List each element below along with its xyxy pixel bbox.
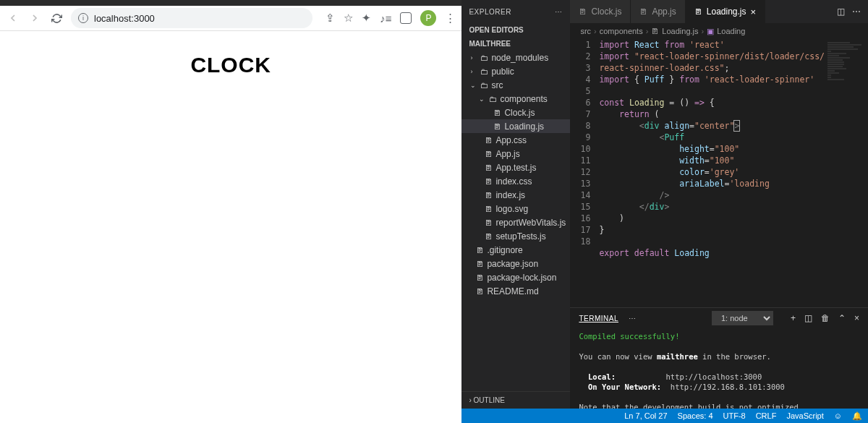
chevron-up-icon[interactable]: ⌃ <box>838 313 846 323</box>
extensions-icon[interactable]: ✦ <box>362 12 371 25</box>
url-text: localhost:3000 <box>94 13 155 24</box>
folder-public[interactable]: ›🗀public <box>461 64 570 78</box>
editor-tabs: 🖹Clock.js 🖹App.js 🖹Loading.js× ◫ ⋯ <box>570 0 868 23</box>
page-title: CLOCK <box>0 53 461 77</box>
terminal-panel: TERMINAL ⋯ 1: node + ◫ 🗑 ⌃ × Compiled su… <box>570 307 868 409</box>
trash-icon[interactable]: 🗑 <box>821 313 830 323</box>
file-gitignore[interactable]: 🖹.gitignore <box>461 243 570 257</box>
file-clock[interactable]: 🖹Clock.js <box>461 106 570 119</box>
tab-app[interactable]: 🖹App.js <box>631 0 685 23</box>
profile-avatar[interactable]: P <box>420 10 436 26</box>
browser-window: i localhost:3000 ⇪ ☆ ✦ ♪≡ P ⋮ CLOCK <box>0 0 461 423</box>
close-tab-icon[interactable]: × <box>751 7 757 17</box>
editor-area: 🖹Clock.js 🖹App.js 🖹Loading.js× ◫ ⋯ src› … <box>570 0 868 409</box>
eol-status[interactable]: CRLF <box>756 411 777 420</box>
open-editors-section[interactable]: OPEN EDITORS <box>461 23 570 37</box>
media-control-icon[interactable]: ♪≡ <box>380 12 391 25</box>
terminal-more-icon[interactable]: ⋯ <box>629 315 637 322</box>
code-editor[interactable]: 123456789101112131415161718 import React… <box>570 39 868 307</box>
folder-node-modules[interactable]: ›🗀node_modules <box>461 51 570 64</box>
file-pkglock[interactable]: 🖹package-lock.json <box>461 270 570 284</box>
webpage-content: CLOCK <box>0 31 461 423</box>
folder-components[interactable]: ⌄🗀components <box>461 92 570 106</box>
forward-button[interactable] <box>27 11 42 25</box>
kebab-menu-icon[interactable]: ⋮ <box>445 12 456 25</box>
tab-loading[interactable]: 🖹Loading.js× <box>686 0 765 23</box>
file-pkgjson[interactable]: 🖹package.json <box>461 257 570 270</box>
file-tree: ›🗀node_modules ›🗀public ⌄🗀src ⌄🗀componen… <box>461 51 570 298</box>
outline-section: › OUTLINE <box>461 391 570 409</box>
site-info-icon[interactable]: i <box>78 13 88 23</box>
explorer-title: EXPLORER <box>469 8 511 16</box>
terminal-output[interactable]: Compiled successfully! You can now view … <box>570 328 868 409</box>
split-terminal-icon[interactable]: ◫ <box>804 313 812 323</box>
line-gutter: 123456789101112131415161718 <box>570 39 599 307</box>
file-loading[interactable]: 🖹Loading.js <box>461 119 570 133</box>
cursor-position[interactable]: Ln 7, Col 27 <box>624 411 667 420</box>
file-readme[interactable]: 🖹README.md <box>461 284 570 298</box>
terminal-select[interactable]: 1: node <box>712 311 773 325</box>
app-icon[interactable] <box>400 12 412 24</box>
folder-src[interactable]: ⌄🗀src <box>461 78 570 92</box>
file-indexcss[interactable]: 🖹index.css <box>461 174 570 188</box>
tab-clock[interactable]: 🖹Clock.js <box>570 0 631 23</box>
browser-tabstrip[interactable] <box>0 0 461 6</box>
language-status[interactable]: JavaScript <box>786 411 823 420</box>
explorer-more-icon[interactable]: ⋯ <box>555 8 563 16</box>
editor-more-icon[interactable]: ⋯ <box>852 7 861 17</box>
file-setuptests[interactable]: 🖹setupTests.js <box>461 229 570 243</box>
file-appcss[interactable]: 🖹App.css <box>461 133 570 147</box>
back-button[interactable] <box>6 11 20 25</box>
file-appjs[interactable]: 🖹App.js <box>461 147 570 161</box>
code-content[interactable]: import React from 'react' import "react-… <box>599 39 825 307</box>
workspace-section[interactable]: MAILTHREE <box>461 37 570 51</box>
encoding-status[interactable]: UTF-8 <box>723 411 746 420</box>
notifications-icon[interactable]: 🔔 <box>852 411 862 421</box>
breadcrumb[interactable]: src› components› 🖹Loading.js› ▣Loading <box>570 23 868 39</box>
bookmark-star-icon[interactable]: ☆ <box>344 12 353 25</box>
file-indexjs[interactable]: 🖹index.js <box>461 188 570 202</box>
browser-toolbar: i localhost:3000 ⇪ ☆ ✦ ♪≡ P ⋮ <box>0 6 461 31</box>
indent-status[interactable]: Spaces: 4 <box>678 411 713 420</box>
share-icon[interactable]: ⇪ <box>326 12 335 25</box>
vscode-window: EXPLORER ⋯ OPEN EDITORS MAILTHREE ›🗀node… <box>461 0 868 423</box>
file-logo[interactable]: 🖹logo.svg <box>461 202 570 215</box>
close-panel-icon[interactable]: × <box>854 313 859 323</box>
new-terminal-icon[interactable]: + <box>791 313 796 323</box>
file-apptest[interactable]: 🖹App.test.js <box>461 161 570 174</box>
vscode-sidebar: EXPLORER ⋯ OPEN EDITORS MAILTHREE ›🗀node… <box>461 0 570 409</box>
reload-button[interactable] <box>49 11 64 25</box>
status-bar: Ln 7, Col 27 Spaces: 4 UTF-8 CRLF JavaSc… <box>461 409 868 423</box>
split-editor-icon[interactable]: ◫ <box>837 7 845 17</box>
minimap[interactable] <box>825 39 868 307</box>
file-reportvitals[interactable]: 🖹reportWebVitals.js <box>461 215 570 229</box>
feedback-icon[interactable]: ☺ <box>834 411 842 420</box>
address-bar[interactable]: i localhost:3000 <box>71 8 312 28</box>
terminal-tab[interactable]: TERMINAL <box>579 315 618 322</box>
